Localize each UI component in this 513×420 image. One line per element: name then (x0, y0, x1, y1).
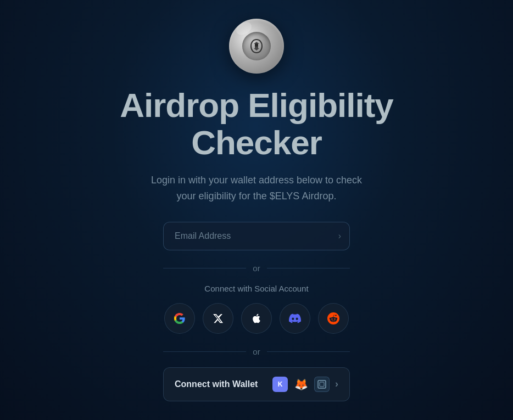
social-buttons-group (164, 303, 349, 334)
google-icon (174, 312, 186, 324)
twitter-button[interactable] (203, 303, 233, 334)
divider-or-top: or (163, 264, 350, 273)
main-container: Airdrop Eligibility Checker Login in wit… (70, 8, 443, 412)
svg-rect-2 (320, 382, 324, 387)
keplr-icon: K (272, 377, 288, 392)
metamask-icon: 🦊 (293, 377, 309, 392)
or-label-bottom: or (253, 347, 260, 356)
page-subtitle: Login in with your wallet address below … (151, 172, 362, 204)
divider-line-left-2 (163, 351, 246, 352)
connect-wallet-label: Connect with Wallet (175, 379, 267, 389)
social-connect-label: Connect with Social Account (204, 284, 308, 293)
discord-button[interactable] (280, 303, 310, 334)
reddit-icon (327, 312, 339, 324)
logo-wrapper (229, 19, 284, 74)
connect-wallet-button[interactable]: Connect with Wallet K 🦊 › (163, 367, 350, 401)
divider-line-left (163, 268, 246, 268)
divider-line-right (267, 268, 350, 268)
apple-button[interactable] (241, 303, 272, 334)
discord-icon (289, 312, 301, 324)
logo-icon (248, 37, 265, 55)
logo-inner-symbol (242, 32, 271, 60)
divider-line-right-2 (267, 351, 350, 352)
twitter-icon (213, 313, 224, 324)
divider-or-bottom: or (163, 347, 350, 356)
apple-icon (251, 313, 262, 324)
reddit-button[interactable] (318, 303, 349, 334)
frame-wallet-icon (317, 380, 326, 389)
svg-rect-1 (318, 380, 326, 388)
logo-coin (229, 19, 284, 74)
google-button[interactable] (164, 303, 195, 334)
email-input[interactable] (163, 222, 350, 250)
or-label-top: or (253, 264, 260, 273)
page-title: Airdrop Eligibility Checker (81, 87, 432, 161)
chevron-right-icon: › (335, 378, 338, 390)
svg-point-0 (255, 43, 258, 47)
email-input-wrapper: › (163, 222, 350, 250)
frame-icon (314, 377, 330, 392)
